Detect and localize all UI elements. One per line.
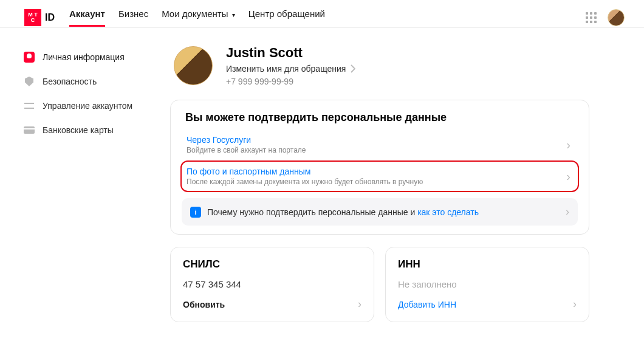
chevron-right-icon — [351, 64, 355, 73]
sidebar-item-label: Банковские карты — [43, 125, 114, 135]
verify-row-desc: После каждой замены документа их нужно б… — [187, 178, 423, 186]
nav: Аккаунт Бизнес Мои документы ▾ Центр обр… — [69, 9, 586, 26]
shield-icon — [23, 75, 35, 88]
chevron-down-icon: ▾ — [232, 12, 235, 18]
inn-card: ИНН Не заполнено Добавить ИНН › — [385, 247, 589, 322]
snils-action-label: Обновить — [183, 300, 225, 309]
info-prefix: Почему нужно подтвердить персональные да… — [207, 207, 417, 217]
profile-block: Justin Scott Изменить имя для обращения … — [170, 45, 589, 86]
verify-row-title: По фото и паспортным данным — [187, 167, 423, 176]
profile-name: Justin Scott — [226, 45, 355, 61]
snils-card: СНИЛС 47 57 345 344 Обновить › — [170, 247, 374, 322]
verify-title: Вы можете подтвердить персональные данны… — [182, 111, 578, 124]
inn-action-label: Добавить ИНН — [398, 300, 456, 309]
verify-row-content: Через Госуслуги Войдите в свой аккаунт н… — [187, 135, 306, 154]
nav-account[interactable]: Аккаунт — [69, 9, 105, 26]
chevron-right-icon: › — [566, 138, 573, 152]
chevron-right-icon: › — [573, 298, 577, 311]
sidebar-item-label: Безопасность — [43, 77, 97, 86]
verify-row-title: Через Госуслуги — [187, 135, 306, 145]
verify-gosuslugi[interactable]: Через Госуслуги Войдите в свой аккаунт н… — [182, 131, 578, 158]
header: М ТС ID Аккаунт Бизнес Мои документы ▾ Ц… — [0, 0, 644, 28]
change-name-label: Изменить имя для обращения — [226, 64, 346, 74]
logo[interactable]: М ТС ID — [24, 9, 55, 26]
info-box[interactable]: i Почему нужно подтвердить персональные … — [182, 198, 578, 226]
nav-business[interactable]: Бизнес — [118, 9, 148, 26]
sidebar-item-security[interactable]: Безопасность — [23, 69, 170, 94]
sidebar-item-label: Управление аккаунтом — [43, 101, 132, 111]
cards-row: СНИЛС 47 57 345 344 Обновить › ИНН Не за… — [170, 247, 589, 322]
logo-icon: М ТС — [24, 9, 41, 26]
sidebar-item-cards[interactable]: Банковские карты — [23, 118, 170, 142]
nav-documents[interactable]: Мои документы ▾ — [162, 9, 235, 26]
profile-phone: +7 999 999-99-99 — [226, 77, 355, 86]
logo-text: ID — [45, 12, 55, 23]
chevron-right-icon: › — [566, 205, 569, 218]
avatar-small[interactable] — [608, 9, 625, 26]
chevron-right-icon: › — [358, 298, 361, 311]
snils-value: 47 57 345 344 — [183, 279, 361, 289]
snils-title: СНИЛС — [183, 258, 361, 271]
sidebar-item-personal[interactable]: Личная информация — [23, 45, 170, 69]
snils-update-button[interactable]: Обновить › — [183, 298, 361, 311]
main: Justin Scott Изменить имя для обращения … — [170, 45, 644, 322]
info-text: Почему нужно подтвердить персональные да… — [207, 207, 479, 217]
sidebar: Личная информация Безопасность Управлени… — [0, 45, 170, 322]
sidebar-item-label: Личная информация — [43, 52, 125, 62]
chevron-right-icon: › — [566, 170, 573, 184]
nav-support[interactable]: Центр обращений — [248, 9, 325, 26]
verify-row-content: По фото и паспортным данным После каждой… — [187, 167, 423, 186]
inn-title: ИНН — [398, 258, 577, 271]
verify-card: Вы можете подтвердить персональные данны… — [170, 100, 589, 235]
change-name-button[interactable]: Изменить имя для обращения — [226, 64, 355, 74]
apps-icon[interactable] — [586, 12, 597, 23]
info-link: как это сделать — [417, 207, 479, 217]
header-right — [586, 9, 625, 26]
verify-photo-passport[interactable]: По фото и паспортным данным После каждой… — [180, 160, 579, 192]
info-icon: i — [190, 207, 201, 218]
profile-info: Justin Scott Изменить имя для обращения … — [226, 45, 355, 86]
sliders-icon — [23, 100, 35, 112]
avatar[interactable] — [174, 46, 213, 85]
person-icon — [23, 51, 35, 63]
container: Личная информация Безопасность Управлени… — [0, 28, 644, 322]
card-icon — [23, 124, 35, 136]
inn-value: Не заполнено — [398, 279, 577, 289]
sidebar-item-management[interactable]: Управление аккаунтом — [23, 94, 170, 118]
nav-documents-label: Мои документы — [162, 9, 228, 19]
inn-add-button[interactable]: Добавить ИНН › — [398, 298, 577, 311]
verify-row-desc: Войдите в свой аккаунт на портале — [187, 146, 306, 154]
